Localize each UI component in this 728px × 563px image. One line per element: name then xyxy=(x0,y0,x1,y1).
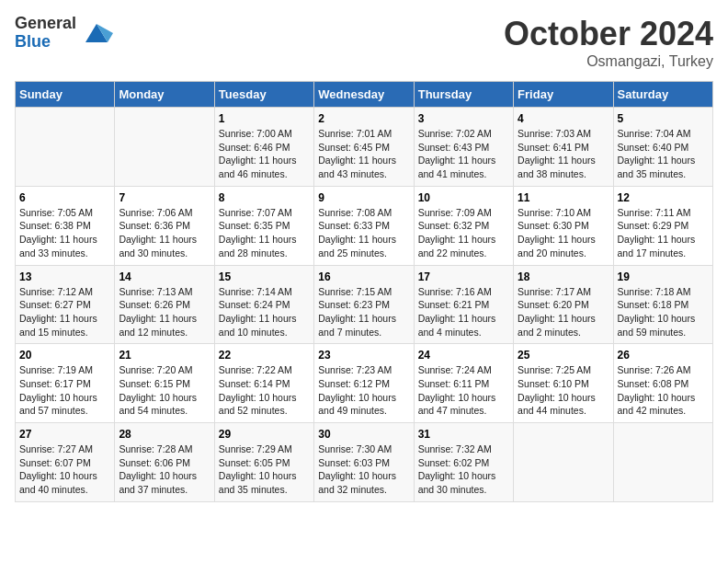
calendar-cell xyxy=(16,108,115,187)
day-info: Sunrise: 7:05 AMSunset: 6:38 PMDaylight:… xyxy=(19,206,110,260)
day-info: Sunrise: 7:26 AMSunset: 6:08 PMDaylight:… xyxy=(618,363,709,418)
day-info: Sunrise: 7:27 AMSunset: 6:07 PMDaylight:… xyxy=(19,442,110,497)
day-number: 12 xyxy=(618,191,709,204)
day-info: Sunrise: 7:23 AMSunset: 6:12 PMDaylight:… xyxy=(318,363,409,418)
day-number: 4 xyxy=(518,112,609,125)
day-info: Sunrise: 7:11 AMSunset: 6:29 PMDaylight:… xyxy=(618,206,709,260)
day-number: 22 xyxy=(219,349,310,362)
calendar-cell: 30Sunrise: 7:30 AMSunset: 6:03 PMDayligh… xyxy=(314,423,414,502)
day-header-thursday: Thursday xyxy=(414,82,513,108)
day-number: 5 xyxy=(618,112,709,125)
day-info: Sunrise: 7:22 AMSunset: 6:14 PMDaylight:… xyxy=(219,363,310,418)
day-info: Sunrise: 7:01 AMSunset: 6:45 PMDaylight:… xyxy=(318,127,409,181)
calendar-week-4: 20Sunrise: 7:19 AMSunset: 6:17 PMDayligh… xyxy=(16,344,713,423)
calendar-cell: 19Sunrise: 7:18 AMSunset: 6:18 PMDayligh… xyxy=(613,265,712,344)
calendar-cell: 5Sunrise: 7:04 AMSunset: 6:40 PMDaylight… xyxy=(613,108,712,187)
day-info: Sunrise: 7:02 AMSunset: 6:43 PMDaylight:… xyxy=(418,127,509,181)
calendar-cell: 25Sunrise: 7:25 AMSunset: 6:10 PMDayligh… xyxy=(514,344,613,423)
day-number: 15 xyxy=(219,270,310,283)
day-info: Sunrise: 7:16 AMSunset: 6:21 PMDaylight:… xyxy=(418,285,509,339)
day-number: 17 xyxy=(418,270,509,283)
calendar-cell: 17Sunrise: 7:16 AMSunset: 6:21 PMDayligh… xyxy=(414,265,513,344)
day-info: Sunrise: 7:06 AMSunset: 6:36 PMDaylight:… xyxy=(119,206,210,260)
calendar-cell: 7Sunrise: 7:06 AMSunset: 6:36 PMDaylight… xyxy=(115,186,214,265)
calendar-cell: 22Sunrise: 7:22 AMSunset: 6:14 PMDayligh… xyxy=(214,344,313,423)
day-number: 25 xyxy=(518,349,609,362)
calendar-cell xyxy=(115,108,214,187)
day-header-friday: Friday xyxy=(514,82,613,108)
day-info: Sunrise: 7:03 AMSunset: 6:41 PMDaylight:… xyxy=(518,127,609,181)
day-info: Sunrise: 7:17 AMSunset: 6:20 PMDaylight:… xyxy=(518,285,609,339)
days-header-row: SundayMondayTuesdayWednesdayThursdayFrid… xyxy=(16,82,713,108)
calendar-cell: 20Sunrise: 7:19 AMSunset: 6:17 PMDayligh… xyxy=(16,344,115,423)
day-info: Sunrise: 7:00 AMSunset: 6:46 PMDaylight:… xyxy=(219,127,310,181)
day-number: 1 xyxy=(219,112,310,125)
location: Osmangazi, Turkey xyxy=(504,53,713,70)
day-number: 21 xyxy=(119,349,210,362)
calendar-cell: 31Sunrise: 7:32 AMSunset: 6:02 PMDayligh… xyxy=(414,423,513,502)
day-info: Sunrise: 7:25 AMSunset: 6:10 PMDaylight:… xyxy=(518,363,609,418)
title-block: October 2024 Osmangazi, Turkey xyxy=(504,15,713,70)
day-number: 26 xyxy=(618,349,709,362)
calendar-week-2: 6Sunrise: 7:05 AMSunset: 6:38 PMDaylight… xyxy=(16,186,713,265)
logo: General Blue xyxy=(15,15,113,52)
calendar-cell: 15Sunrise: 7:14 AMSunset: 6:24 PMDayligh… xyxy=(214,265,313,344)
day-number: 28 xyxy=(119,428,210,441)
day-number: 3 xyxy=(418,112,509,125)
calendar-cell: 14Sunrise: 7:13 AMSunset: 6:26 PMDayligh… xyxy=(115,265,214,344)
day-number: 29 xyxy=(219,428,310,441)
day-info: Sunrise: 7:12 AMSunset: 6:27 PMDaylight:… xyxy=(19,285,110,339)
day-number: 30 xyxy=(318,428,409,441)
logo-blue: Blue xyxy=(15,33,76,52)
calendar-cell xyxy=(514,423,613,502)
day-info: Sunrise: 7:13 AMSunset: 6:26 PMDaylight:… xyxy=(119,285,210,339)
day-info: Sunrise: 7:29 AMSunset: 6:05 PMDaylight:… xyxy=(219,442,310,497)
calendar-cell: 21Sunrise: 7:20 AMSunset: 6:15 PMDayligh… xyxy=(115,344,214,423)
day-number: 2 xyxy=(318,112,409,125)
calendar-week-1: 1Sunrise: 7:00 AMSunset: 6:46 PMDaylight… xyxy=(16,108,713,187)
day-number: 20 xyxy=(19,349,110,362)
day-number: 10 xyxy=(418,191,509,204)
calendar-cell: 16Sunrise: 7:15 AMSunset: 6:23 PMDayligh… xyxy=(314,265,414,344)
day-info: Sunrise: 7:04 AMSunset: 6:40 PMDaylight:… xyxy=(618,127,709,181)
day-info: Sunrise: 7:10 AMSunset: 6:30 PMDaylight:… xyxy=(518,206,609,260)
calendar-cell: 9Sunrise: 7:08 AMSunset: 6:33 PMDaylight… xyxy=(314,186,414,265)
calendar-table: SundayMondayTuesdayWednesdayThursdayFrid… xyxy=(15,81,713,502)
calendar-cell: 3Sunrise: 7:02 AMSunset: 6:43 PMDaylight… xyxy=(414,108,513,187)
day-header-sunday: Sunday xyxy=(16,82,115,108)
day-info: Sunrise: 7:19 AMSunset: 6:17 PMDaylight:… xyxy=(19,363,110,418)
calendar-cell: 18Sunrise: 7:17 AMSunset: 6:20 PMDayligh… xyxy=(514,265,613,344)
day-info: Sunrise: 7:08 AMSunset: 6:33 PMDaylight:… xyxy=(318,206,409,260)
calendar-cell: 11Sunrise: 7:10 AMSunset: 6:30 PMDayligh… xyxy=(514,186,613,265)
day-number: 6 xyxy=(19,191,110,204)
day-number: 9 xyxy=(318,191,409,204)
day-number: 31 xyxy=(418,428,509,441)
day-number: 23 xyxy=(318,349,409,362)
day-number: 13 xyxy=(19,270,110,283)
day-number: 18 xyxy=(518,270,609,283)
calendar-cell: 12Sunrise: 7:11 AMSunset: 6:29 PMDayligh… xyxy=(613,186,712,265)
day-info: Sunrise: 7:18 AMSunset: 6:18 PMDaylight:… xyxy=(618,285,709,339)
calendar-cell: 24Sunrise: 7:24 AMSunset: 6:11 PMDayligh… xyxy=(414,344,513,423)
calendar-cell: 27Sunrise: 7:27 AMSunset: 6:07 PMDayligh… xyxy=(16,423,115,502)
day-number: 7 xyxy=(119,191,210,204)
calendar-cell: 2Sunrise: 7:01 AMSunset: 6:45 PMDaylight… xyxy=(314,108,414,187)
calendar-cell xyxy=(613,423,712,502)
day-header-monday: Monday xyxy=(115,82,214,108)
day-info: Sunrise: 7:24 AMSunset: 6:11 PMDaylight:… xyxy=(418,363,509,418)
day-info: Sunrise: 7:07 AMSunset: 6:35 PMDaylight:… xyxy=(219,206,310,260)
day-info: Sunrise: 7:30 AMSunset: 6:03 PMDaylight:… xyxy=(318,442,409,497)
calendar-cell: 1Sunrise: 7:00 AMSunset: 6:46 PMDaylight… xyxy=(214,108,313,187)
day-number: 24 xyxy=(418,349,509,362)
calendar-cell: 10Sunrise: 7:09 AMSunset: 6:32 PMDayligh… xyxy=(414,186,513,265)
calendar-cell: 4Sunrise: 7:03 AMSunset: 6:41 PMDaylight… xyxy=(514,108,613,187)
month-title: October 2024 xyxy=(504,15,713,53)
calendar-cell: 28Sunrise: 7:28 AMSunset: 6:06 PMDayligh… xyxy=(115,423,214,502)
day-header-saturday: Saturday xyxy=(613,82,712,108)
day-number: 19 xyxy=(618,270,709,283)
day-number: 16 xyxy=(318,270,409,283)
page-header: General Blue October 2024 Osmangazi, Tur… xyxy=(15,15,713,70)
calendar-cell: 6Sunrise: 7:05 AMSunset: 6:38 PMDaylight… xyxy=(16,186,115,265)
day-header-tuesday: Tuesday xyxy=(214,82,313,108)
calendar-cell: 29Sunrise: 7:29 AMSunset: 6:05 PMDayligh… xyxy=(214,423,313,502)
